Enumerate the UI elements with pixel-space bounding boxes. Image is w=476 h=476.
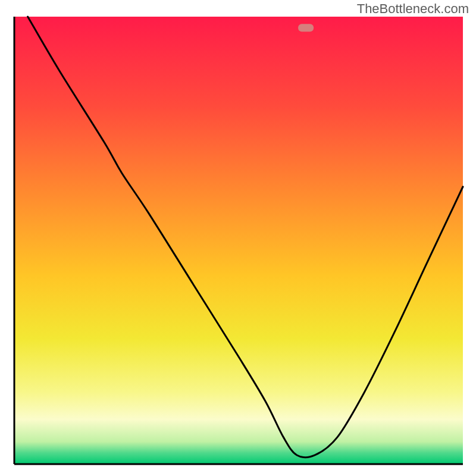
bottleneck-chart — [0, 0, 476, 476]
gradient-background — [14, 17, 463, 464]
watermark-text: TheBottleneck.com — [357, 1, 469, 17]
chart-container: TheBottleneck.com — [0, 0, 476, 476]
optimum-marker — [298, 24, 314, 32]
